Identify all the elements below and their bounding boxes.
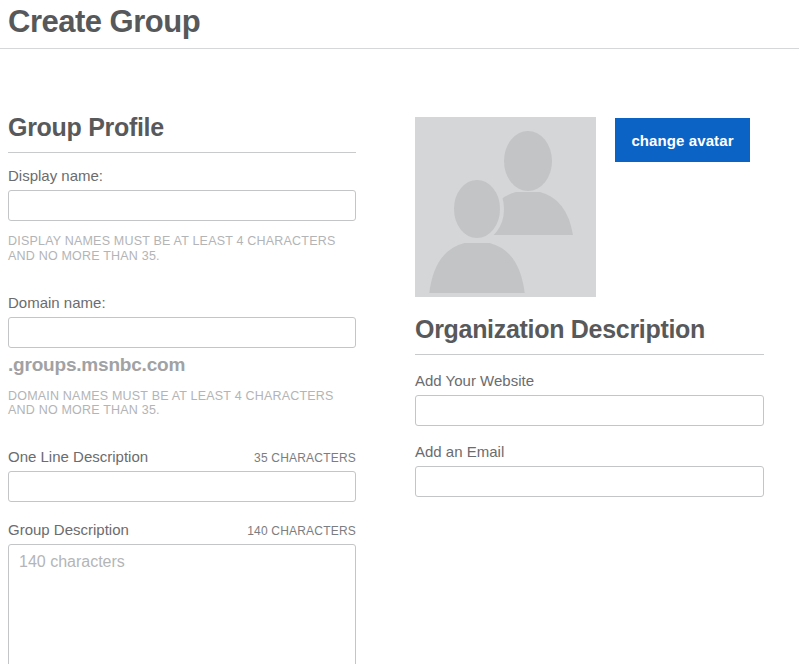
website-field: Add Your Website [415,372,764,426]
group-avatar-placeholder-icon [415,117,596,297]
website-label: Add Your Website [415,372,534,389]
group-description-field: Group Description 140 CHARACTERS [8,521,356,664]
create-group-page: Create Group Group Profile Display name:… [0,0,799,664]
change-avatar-button[interactable]: change avatar [615,118,750,162]
page-title: Create Group [8,4,200,40]
email-field: Add an Email [415,443,764,497]
group-description-counter: 140 CHARACTERS [247,524,356,538]
avatar-row: change avatar [415,117,764,297]
display-name-hint: DISPLAY NAMES MUST BE AT LEAST 4 CHARACT… [8,234,356,264]
one-line-description-field: One Line Description 35 CHARACTERS [8,448,356,502]
group-profile-section: Group Profile Display name: DISPLAY NAME… [8,113,356,664]
group-description-label: Group Description [8,521,129,538]
organization-section: change avatar Organization Description A… [415,117,764,497]
domain-name-hint: DOMAIN NAMES MUST BE AT LEAST 4 CHARACTE… [8,389,356,419]
domain-suffix: .groups.msnbc.com [8,354,356,376]
display-name-field: Display name: DISPLAY NAMES MUST BE AT L… [8,167,356,264]
domain-name-input[interactable] [8,317,356,348]
organization-description-heading: Organization Description [415,315,764,355]
email-label: Add an Email [415,443,504,460]
domain-name-label: Domain name: [8,294,106,311]
email-input[interactable] [415,466,764,497]
domain-name-field: Domain name: .groups.msnbc.com DOMAIN NA… [8,294,356,419]
website-input[interactable] [415,395,764,426]
group-profile-heading: Group Profile [8,113,356,153]
one-line-description-label: One Line Description [8,448,148,465]
one-line-description-input[interactable] [8,471,356,502]
display-name-label: Display name: [8,167,103,184]
title-divider [0,48,799,49]
group-description-textarea[interactable] [8,544,356,664]
display-name-input[interactable] [8,190,356,221]
one-line-description-counter: 35 CHARACTERS [254,451,356,465]
